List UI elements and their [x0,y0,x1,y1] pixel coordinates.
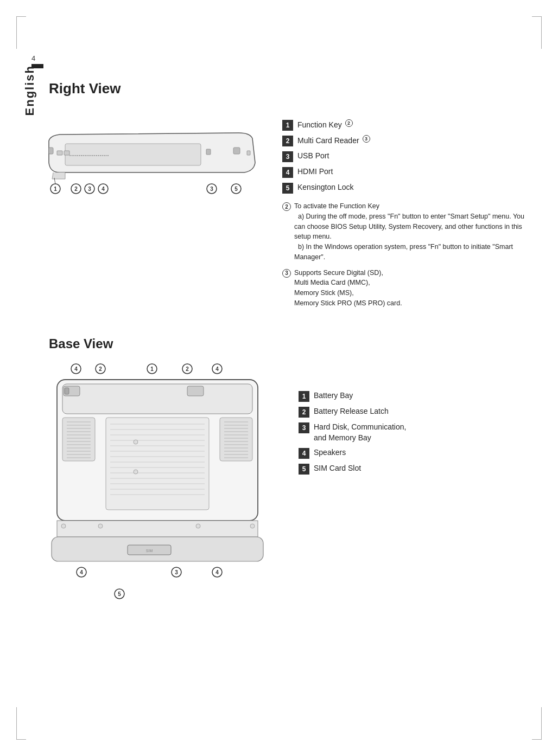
base-legend-text-1: Battery Bay [314,390,353,401]
base-legend-item-5: 5 SIM Card Slot [299,463,532,475]
base-view-diagram: SIM 4 2 1 2 4 4 3 4 [30,363,290,597]
svg-rect-69 [57,521,258,537]
base-legend-num-1: 1 [299,391,309,402]
svg-rect-6 [233,148,240,154]
svg-text:5: 5 [234,186,238,192]
legend-num-5: 5 [282,183,293,194]
svg-text:2: 2 [186,366,189,372]
legend-text-1: Function Key 2 [297,119,353,131]
svg-text:3: 3 [175,569,178,575]
svg-rect-5 [206,149,211,155]
legend-num-1: 1 [282,120,293,131]
base-legend-num-2: 2 [299,407,309,418]
svg-text:4: 4 [80,569,83,575]
svg-text:4: 4 [74,366,78,372]
svg-point-73 [61,524,66,528]
svg-text:1: 1 [150,366,154,372]
legend-text-4: HDMI Port [297,166,333,177]
svg-text:4: 4 [215,366,219,372]
svg-rect-3 [57,151,62,155]
base-legend-item-3: 3 Hard Disk, Communication,and Memory Ba… [299,422,532,443]
legend-num-2: 2 [282,136,293,146]
right-view-diagram: ▪▪▪▪▪▪▪▪▪▪▪▪▪▪▪▪▪▪▪▪▪ 1 2 3 4 3 5 [33,108,271,217]
svg-rect-4 [64,151,69,155]
svg-point-74 [250,524,255,528]
base-view-title: Base View [49,336,113,351]
svg-text:4: 4 [102,186,105,192]
svg-point-76 [196,524,200,528]
notes-section: 2 To activate the Function Key a) During… [282,201,532,309]
svg-rect-25 [187,386,204,396]
right-view-legend: 1 Function Key 2 2 Multi Card Reader 3 3… [282,119,532,314]
page-number: 4 [31,54,35,62]
corner-border-top-right [532,16,542,49]
svg-text:4: 4 [215,569,219,575]
corner-border-bottom-right [532,707,542,740]
svg-text:3: 3 [88,186,91,192]
note-text-3: Supports Secure Digital (SD), Multi Medi… [294,268,402,309]
right-view-title: Right View [49,80,121,97]
base-legend-num-5: 5 [299,464,309,475]
base-legend-text-4: Speakers [314,447,346,458]
note-text-2: To activate the Function Key a) During t… [294,201,532,262]
svg-text:3: 3 [210,186,213,192]
legend-item-1: 1 Function Key 2 [282,119,532,131]
base-view-legend: 1 Battery Bay 2 Battery Release Latch 3 … [299,390,532,479]
legend-item-3: 3 USB Port [282,151,532,162]
legend-item-2: 2 Multi Card Reader 3 [282,135,532,146]
svg-text:2: 2 [99,366,102,372]
svg-text:1: 1 [54,186,57,192]
svg-text:SIM: SIM [146,549,153,553]
note-circle-2: 2 [282,202,291,211]
base-legend-text-5: SIM Card Slot [314,463,361,474]
legend-num-4: 4 [282,167,293,178]
note-item-2: 2 To activate the Function Key a) During… [282,201,532,262]
legend-text-5: Kensington Lock [297,182,354,193]
legend-text-3: USB Port [297,151,329,162]
svg-rect-2 [49,148,53,154]
svg-point-55 [134,470,138,474]
svg-rect-22 [62,384,252,414]
svg-text:5: 5 [118,591,121,597]
svg-text:▪▪▪▪▪▪▪▪▪▪▪▪▪▪▪▪▪▪▪▪▪: ▪▪▪▪▪▪▪▪▪▪▪▪▪▪▪▪▪▪▪▪▪ [69,153,109,157]
svg-point-54 [134,440,138,444]
base-legend-num-3: 3 [299,422,309,433]
corner-border-bottom-left [16,707,26,740]
base-legend-text-2: Battery Release Latch [314,406,389,417]
base-legend-num-4: 4 [299,448,309,459]
base-legend-text-3: Hard Disk, Communication,and Memory Bay [314,422,406,443]
legend-item-5: 5 Kensington Lock [282,182,532,194]
base-legend-item-1: 1 Battery Bay [299,390,532,402]
svg-rect-7 [247,151,250,155]
note-item-3: 3 Supports Secure Digital (SD), Multi Me… [282,268,532,309]
svg-rect-24 [65,388,69,394]
svg-point-75 [98,524,103,528]
svg-text:2: 2 [74,186,78,192]
corner-border-top-left [16,16,26,49]
base-legend-item-4: 4 Speakers [299,447,532,459]
legend-text-2: Multi Card Reader 3 [297,135,370,146]
legend-num-3: 3 [282,151,293,162]
svg-rect-39 [106,418,209,510]
base-legend-item-2: 2 Battery Release Latch [299,406,532,418]
note-circle-3: 3 [282,269,291,278]
legend-item-4: 4 HDMI Port [282,166,532,178]
